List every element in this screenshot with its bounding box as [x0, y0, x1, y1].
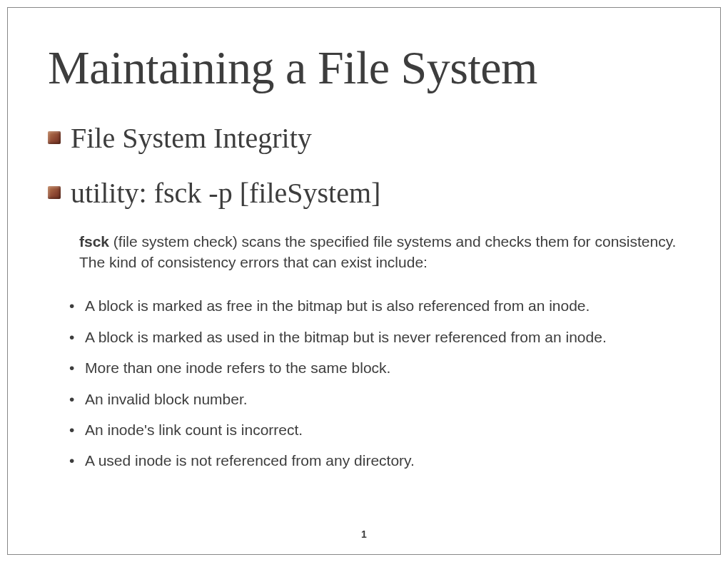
bullet-text-0: File System Integrity: [71, 121, 312, 155]
list-item: An invalid block number.: [69, 389, 680, 409]
slide-title: Maintaining a File System: [48, 42, 680, 94]
slide-frame: Maintaining a File System File System In…: [7, 7, 721, 555]
error-list: A block is marked as free in the bitmap …: [69, 295, 680, 471]
list-item: A block is marked as free in the bitmap …: [69, 295, 680, 316]
list-item: An inode's link count is incorrect.: [69, 419, 680, 440]
list-item: More than one inode refers to the same b…: [69, 357, 680, 378]
page-number: 1: [8, 528, 720, 540]
bullet-text-1: utility: fsck -p [fileSystem]: [71, 176, 380, 210]
square-bullet-icon: [48, 186, 61, 199]
description-bold: fsck: [79, 233, 109, 250]
bullet-row-0: File System Integrity: [48, 121, 680, 155]
square-bullet-icon: [48, 131, 61, 144]
bullet-row-1: utility: fsck -p [fileSystem]: [48, 176, 680, 210]
description-paragraph: fsck (file system check) scans the speci…: [79, 231, 680, 273]
description-rest: (file system check) scans the specified …: [79, 233, 676, 270]
list-item: A block is marked as used in the bitmap …: [69, 327, 680, 347]
list-item: A used inode is not referenced from any …: [69, 450, 680, 471]
